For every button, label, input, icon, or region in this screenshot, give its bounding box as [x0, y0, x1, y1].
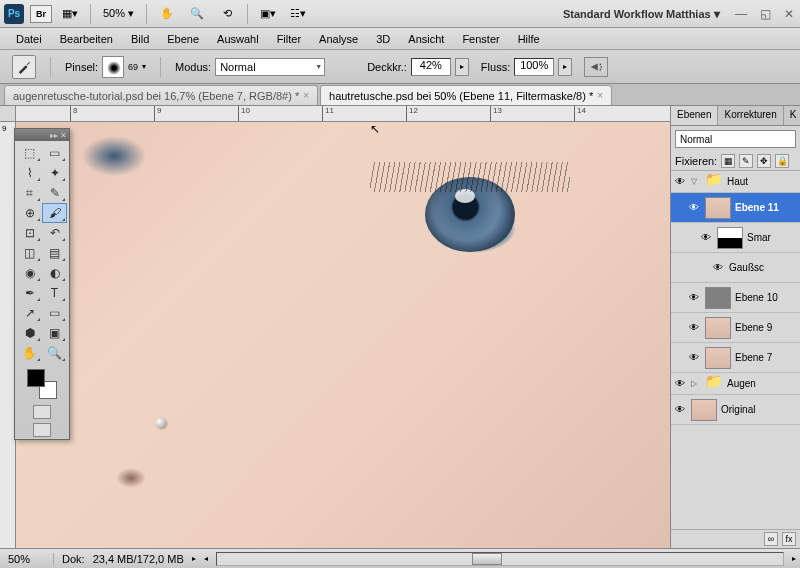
scroll-left-icon[interactable]: ◂ — [204, 554, 208, 563]
tool-move[interactable]: ⬚ — [17, 143, 42, 163]
color-swatches[interactable] — [27, 369, 57, 399]
tool-stamp[interactable]: ⊡ — [17, 223, 42, 243]
zoom-tool-shortcut-icon[interactable]: 🔍 — [185, 4, 209, 24]
visibility-toggle-icon[interactable]: 👁 — [687, 321, 701, 335]
restore-icon[interactable]: ◱ — [758, 7, 772, 21]
expand-icon[interactable]: ▷ — [691, 379, 701, 388]
layer-row[interactable]: 👁Smar — [671, 223, 800, 253]
rotate-view-icon[interactable]: ⟲ — [215, 4, 239, 24]
brush-dropdown-icon[interactable]: ▾ — [142, 62, 146, 71]
hand-tool-shortcut-icon[interactable]: ✋ — [155, 4, 179, 24]
tab-close-icon[interactable]: × — [303, 90, 309, 101]
layer-name[interactable]: Haut — [727, 176, 748, 187]
expand-icon[interactable]: ▽ — [691, 177, 701, 186]
tool-gradient[interactable]: ▤ — [42, 243, 67, 263]
foreground-color[interactable] — [27, 369, 45, 387]
visibility-toggle-icon[interactable]: 👁 — [687, 351, 701, 365]
link-layers-icon[interactable]: ∞ — [764, 532, 778, 546]
layer-name[interactable]: Original — [721, 404, 755, 415]
layer-name[interactable]: Ebene 7 — [735, 352, 772, 363]
layer-name[interactable]: Smar — [747, 232, 771, 243]
visibility-toggle-icon[interactable]: 👁 — [673, 403, 687, 417]
brush-tool-preset-icon[interactable] — [12, 55, 36, 79]
document-canvas[interactable] — [16, 122, 670, 548]
panel-tab-k[interactable]: K — [784, 106, 800, 125]
ruler-origin[interactable] — [0, 106, 16, 122]
tool-blur[interactable]: ◉ — [17, 263, 42, 283]
layer-name[interactable]: Ebene 10 — [735, 292, 778, 303]
layer-name[interactable]: Ebene 9 — [735, 322, 772, 333]
menu-ansicht[interactable]: Ansicht — [400, 31, 452, 47]
panel-tab-ebenen[interactable]: Ebenen — [671, 106, 718, 125]
doc-info-dropdown-icon[interactable]: ▸ — [192, 554, 196, 563]
layer-row[interactable]: 👁▽📁Haut — [671, 171, 800, 193]
menu-filter[interactable]: Filter — [269, 31, 309, 47]
panel-tab-korrekturen[interactable]: Korrekturen — [718, 106, 783, 125]
screenmode-icon[interactable] — [33, 423, 51, 437]
layer-thumbnail[interactable] — [705, 287, 731, 309]
tab-close-icon[interactable]: × — [597, 90, 603, 101]
layer-name[interactable]: Ebene 11 — [735, 202, 779, 213]
flow-input[interactable]: 100% — [514, 58, 554, 76]
menu-bearbeiten[interactable]: Bearbeiten — [52, 31, 121, 47]
visibility-toggle-icon[interactable]: 👁 — [673, 175, 687, 189]
menu-auswahl[interactable]: Auswahl — [209, 31, 267, 47]
tool-dodge[interactable]: ◐ — [42, 263, 67, 283]
tool-heal[interactable]: ⊕ — [17, 203, 42, 223]
tool-shape[interactable]: ▭ — [42, 303, 67, 323]
opacity-input[interactable]: 42% — [411, 58, 451, 76]
menu-ebene[interactable]: Ebene — [159, 31, 207, 47]
layer-thumbnail[interactable] — [705, 317, 731, 339]
layer-row[interactable]: 👁Original — [671, 395, 800, 425]
tool-hand[interactable]: ✋ — [17, 343, 42, 363]
close-icon[interactable]: ✕ — [782, 7, 796, 21]
visibility-toggle-icon[interactable]: 👁 — [699, 231, 713, 245]
tool-zoom[interactable]: 🔍 — [42, 343, 67, 363]
airbrush-toggle-icon[interactable] — [584, 57, 608, 77]
tool-marquee[interactable]: ▭ — [42, 143, 67, 163]
tool-wand[interactable]: ✦ — [42, 163, 67, 183]
lock-transparency-icon[interactable]: ▦ — [721, 154, 735, 168]
tools-collapse-icon[interactable]: ▸▸ — [50, 131, 58, 140]
layer-row[interactable]: 👁▷📁Augen — [671, 373, 800, 395]
tool-crop[interactable]: ⌗ — [17, 183, 42, 203]
layer-thumbnail[interactable] — [705, 347, 731, 369]
layer-row[interactable]: 👁Ebene 7 — [671, 343, 800, 373]
tool-brush[interactable]: 🖌 — [42, 203, 67, 223]
opacity-jog-icon[interactable]: ▸ — [455, 58, 469, 76]
doc-info[interactable]: 23,4 MB/172,0 MB — [93, 553, 184, 565]
visibility-toggle-icon[interactable]: 👁 — [687, 201, 701, 215]
menu-hilfe[interactable]: Hilfe — [510, 31, 548, 47]
screen-mode-icon[interactable]: ▣▾ — [256, 4, 280, 24]
visibility-toggle-icon[interactable]: 👁 — [673, 377, 687, 391]
launch-dropdown-icon[interactable]: ▦▾ — [58, 4, 82, 24]
visibility-toggle-icon[interactable]: 👁 — [711, 261, 725, 275]
tools-close-icon[interactable]: ✕ — [60, 131, 67, 140]
layer-row[interactable]: 👁Ebene 11 — [671, 193, 800, 223]
status-zoom[interactable]: 50% — [4, 553, 54, 565]
tool-eraser[interactable]: ◫ — [17, 243, 42, 263]
layer-name[interactable]: Augen — [727, 378, 756, 389]
document-tab-0[interactable]: augenretusche-tutorial.psd bei 16,7% (Eb… — [4, 85, 318, 105]
tool-3dcam[interactable]: ▣ — [42, 323, 67, 343]
layer-row[interactable]: 👁Gaußsc — [671, 253, 800, 283]
scroll-right-icon[interactable]: ▸ — [792, 554, 796, 563]
horizontal-scrollbar[interactable] — [216, 552, 784, 566]
quickmask-standard-icon[interactable] — [33, 405, 51, 419]
visibility-toggle-icon[interactable]: 👁 — [687, 291, 701, 305]
menu-analyse[interactable]: Analyse — [311, 31, 366, 47]
layer-name[interactable]: Gaußsc — [729, 262, 764, 273]
minimize-icon[interactable]: — — [734, 7, 748, 21]
lock-all-icon[interactable]: 🔒 — [775, 154, 789, 168]
flow-jog-icon[interactable]: ▸ — [558, 58, 572, 76]
brush-preview[interactable] — [102, 56, 124, 78]
tool-eyedrop[interactable]: ✎ — [42, 183, 67, 203]
layer-row[interactable]: 👁Ebene 10 — [671, 283, 800, 313]
layer-thumbnail[interactable] — [705, 197, 731, 219]
tool-3d[interactable]: ⬢ — [17, 323, 42, 343]
zoom-level[interactable]: 50% ▾ — [99, 7, 138, 20]
layer-thumbnail[interactable] — [691, 399, 717, 421]
workspace-name[interactable]: Standard Workflow Matthias ▾ — [563, 7, 724, 21]
lock-position-icon[interactable]: ✥ — [757, 154, 771, 168]
layer-thumbnail[interactable] — [717, 227, 743, 249]
